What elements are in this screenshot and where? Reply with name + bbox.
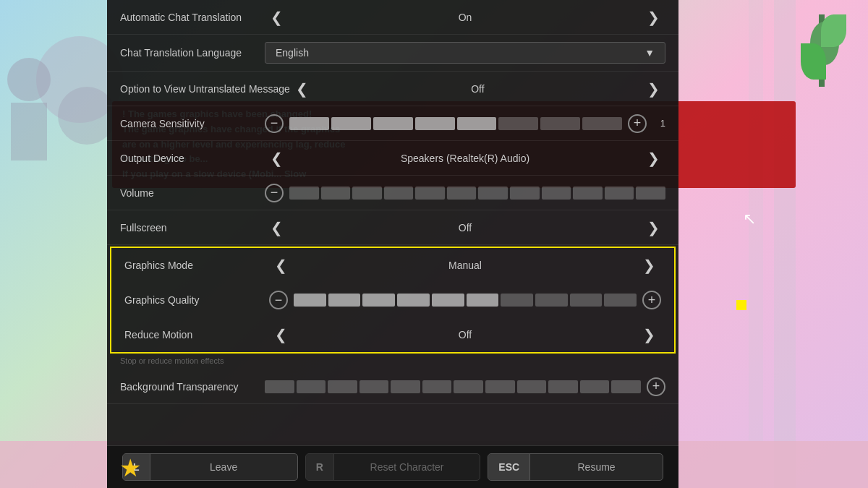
slider-segment-11 bbox=[636, 187, 665, 200]
arrow-left-fullscreen[interactable]: ❮ bbox=[265, 219, 289, 236]
highlighted-graphics-group: Graphics Mode ❮ Manual ❯ Graphics Qualit… bbox=[110, 247, 676, 354]
plus-camera-sensitivity[interactable]: + bbox=[628, 114, 647, 133]
slider-segment-6 bbox=[454, 380, 483, 393]
arrow-left-auto-chat[interactable]: ❮ bbox=[265, 9, 289, 26]
minus-camera-sensitivity[interactable]: − bbox=[265, 114, 284, 133]
controls-chat-language: English ▼ bbox=[265, 42, 665, 64]
slider-segment-11 bbox=[611, 380, 641, 393]
button-bar: L Leave R Reset Character ESC Resume bbox=[107, 445, 678, 488]
plus-graphics-quality[interactable]: + bbox=[642, 291, 661, 309]
settings-panel: Automatic Chat Translation ❮ On ❯ Chat T… bbox=[107, 0, 678, 488]
arrow-right-fullscreen[interactable]: ❯ bbox=[642, 219, 665, 236]
label-untranslated-message: Option to View Untranslated Message bbox=[120, 83, 290, 95]
slider-segment-0 bbox=[289, 187, 319, 200]
controls-auto-chat-translation: ❮ On ❯ bbox=[265, 9, 665, 26]
slider-segment-7 bbox=[485, 380, 515, 393]
plus-bg-transparency[interactable]: + bbox=[647, 377, 665, 396]
slider-segment-7 bbox=[535, 294, 568, 307]
arrow-left-graphics-mode[interactable]: ❮ bbox=[269, 257, 293, 274]
sublabel-reduce-motion: Stop or reduce motion effects bbox=[107, 355, 678, 369]
gold-star: ★ bbox=[119, 453, 141, 482]
slider-segment-2 bbox=[373, 117, 413, 130]
bg-plant bbox=[819, 14, 825, 87]
dropdown-value: English bbox=[276, 47, 309, 59]
value-fullscreen: Off bbox=[296, 222, 634, 234]
slider-segment-3 bbox=[384, 187, 414, 200]
slider-segment-8 bbox=[570, 294, 603, 307]
slider-segment-1 bbox=[328, 294, 361, 307]
label-graphics-quality: Graphics Quality bbox=[124, 294, 269, 306]
reset-character-button[interactable]: R Reset Character bbox=[305, 453, 481, 481]
label-output-device: Output Device bbox=[120, 153, 265, 164]
track-bg-transparency bbox=[265, 380, 641, 393]
slider-segment-10 bbox=[605, 187, 634, 200]
slider-graphics-quality: − + bbox=[269, 291, 661, 309]
label-reduce-motion: Reduce Motion bbox=[124, 329, 269, 341]
minus-graphics-quality[interactable]: − bbox=[269, 291, 288, 309]
arrow-left-reduce-motion[interactable]: ❮ bbox=[269, 326, 293, 343]
value-untranslated: Off bbox=[321, 83, 634, 95]
reset-character-label: Reset Character bbox=[334, 461, 480, 473]
dropdown-arrow-icon: ▼ bbox=[644, 47, 655, 59]
slider-segment-9 bbox=[573, 187, 603, 200]
slider-segment-9 bbox=[548, 380, 578, 393]
row-fullscreen: Fullscreen ❮ Off ❯ bbox=[107, 210, 678, 245]
label-chat-translation-language: Chat Translation Language bbox=[120, 47, 265, 59]
slider-segment-1 bbox=[321, 187, 351, 200]
arrow-right-output[interactable]: ❯ bbox=[642, 150, 665, 167]
slider-bg-transparency: + bbox=[265, 377, 665, 396]
value-graphics-mode: Manual bbox=[300, 260, 630, 271]
label-fullscreen: Fullscreen bbox=[120, 222, 265, 234]
row-chat-translation-language: Chat Translation Language English ▼ bbox=[107, 35, 678, 72]
value-camera-sensitivity: 1 bbox=[652, 118, 665, 129]
controls-reduce-motion: ❮ Off ❯ bbox=[269, 326, 661, 343]
slider-volume: − bbox=[265, 184, 665, 202]
arrow-left-output[interactable]: ❮ bbox=[265, 150, 289, 167]
slider-segment-8 bbox=[542, 187, 571, 200]
slider-segment-3 bbox=[359, 380, 389, 393]
yellow-square-indicator bbox=[736, 300, 746, 310]
track-graphics-quality bbox=[294, 294, 637, 307]
arrow-left-untranslated[interactable]: ❮ bbox=[290, 80, 314, 98]
slider-segment-4 bbox=[415, 187, 445, 200]
resume-button[interactable]: ESC Resume bbox=[488, 453, 663, 481]
slider-segment-1 bbox=[297, 380, 326, 393]
minus-volume[interactable]: − bbox=[265, 184, 284, 202]
arrow-right-graphics-mode[interactable]: ❯ bbox=[637, 257, 661, 274]
reset-key-badge: R bbox=[306, 454, 334, 480]
track-volume bbox=[289, 187, 665, 200]
row-camera-sensitivity: Camera Sensitivity − + 1 bbox=[107, 106, 678, 141]
slider-segment-4 bbox=[457, 117, 497, 130]
slider-segment-2 bbox=[352, 187, 382, 200]
arrow-right-untranslated[interactable]: ❯ bbox=[642, 80, 665, 98]
slider-segment-8 bbox=[517, 380, 547, 393]
label-background-transparency: Background Transparency bbox=[120, 381, 265, 393]
slider-segment-7 bbox=[582, 117, 622, 130]
value-reduce-motion: Off bbox=[300, 329, 630, 341]
arrow-right-auto-chat[interactable]: ❯ bbox=[642, 9, 665, 26]
controls-output-device: ❮ Speakers (Realtek(R) Audio) ❯ bbox=[265, 150, 665, 167]
bg-figure-left bbox=[7, 58, 51, 160]
row-graphics-mode: Graphics Mode ❮ Manual ❯ bbox=[111, 248, 674, 283]
slider-segment-4 bbox=[391, 380, 420, 393]
label-auto-chat-translation: Automatic Chat Translation bbox=[120, 12, 265, 23]
slider-segment-5 bbox=[422, 380, 452, 393]
slider-segment-3 bbox=[415, 117, 455, 130]
dropdown-chat-language[interactable]: English ▼ bbox=[265, 42, 665, 64]
resume-key-badge: ESC bbox=[488, 454, 530, 480]
row-untranslated-message: Option to View Untranslated Message ❮ Of… bbox=[107, 72, 678, 106]
row-background-transparency: Background Transparency + bbox=[107, 369, 678, 404]
slider-segment-0 bbox=[289, 117, 329, 130]
arrow-right-reduce-motion[interactable]: ❯ bbox=[637, 326, 661, 343]
leave-button-label: Leave bbox=[150, 461, 297, 473]
row-graphics-quality: Graphics Quality − + bbox=[111, 283, 674, 317]
resume-button-label: Resume bbox=[530, 461, 663, 473]
controls-untranslated: ❮ Off ❯ bbox=[290, 80, 665, 98]
slider-segment-2 bbox=[362, 294, 395, 307]
cursor-pointer: ↖ bbox=[743, 210, 756, 228]
label-graphics-mode: Graphics Mode bbox=[124, 260, 269, 271]
leave-button[interactable]: L Leave bbox=[122, 453, 298, 481]
slider-segment-5 bbox=[498, 117, 538, 130]
slider-segment-0 bbox=[294, 294, 326, 307]
bg-column-right bbox=[774, 0, 796, 488]
